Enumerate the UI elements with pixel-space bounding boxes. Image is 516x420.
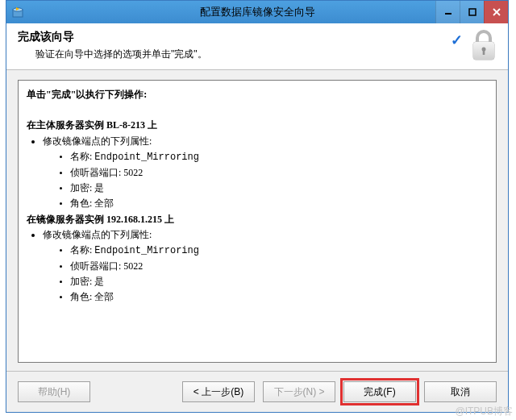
m-enc-line: 加密: 是 bbox=[70, 274, 488, 289]
content-area: 单击"完成"以执行下列操作: 在主体服务器实例 BL-8-213 上 修改镜像端… bbox=[6, 70, 508, 371]
page-subtitle: 验证在向导中选择的选项并单击"完成"。 bbox=[35, 48, 497, 61]
page-title: 完成该向导 bbox=[18, 30, 497, 44]
window-title: 配置数据库镜像安全向导 bbox=[6, 5, 508, 19]
mirror-heading: 在镜像服务器实例 192.168.1.215 上 bbox=[27, 212, 488, 227]
next-button: 下一步(N) > bbox=[263, 381, 335, 402]
p-port-line: 侦听器端口: 5022 bbox=[70, 165, 488, 181]
summary-box: 单击"完成"以执行下列操作: 在主体服务器实例 BL-8-213 上 修改镜像端… bbox=[18, 80, 497, 363]
p-enc-line: 加密: 是 bbox=[70, 181, 488, 196]
mirror-modify-line: 修改镜像端点的下列属性: bbox=[43, 227, 488, 243]
close-button[interactable] bbox=[484, 1, 508, 23]
wizard-header: 完成该向导 验证在向导中选择的选项并单击"完成"。 ✓ bbox=[6, 23, 508, 70]
help-button[interactable]: 帮助(H) bbox=[18, 381, 90, 402]
button-row: 帮助(H) < 上一步(B) 下一步(N) > 完成(F) 取消 bbox=[6, 371, 508, 412]
m-role-line: 角色: 全部 bbox=[70, 289, 488, 305]
svg-rect-9 bbox=[483, 50, 485, 55]
lock-icon bbox=[468, 28, 500, 66]
title-bar: 配置数据库镜像安全向导 bbox=[6, 1, 508, 23]
p-name-line: 名称: Endpoint_Mirroring bbox=[70, 149, 488, 165]
watermark: @ITPUB博客 bbox=[455, 405, 513, 418]
back-button[interactable]: < 上一步(B) bbox=[182, 381, 255, 402]
checkmark-icon: ✓ bbox=[451, 31, 463, 49]
m-port-line: 侦听器端口: 5022 bbox=[70, 259, 488, 274]
summary-intro: 单击"完成"以执行下列操作: bbox=[27, 87, 488, 102]
principal-modify-line: 修改镜像端点的下列属性: bbox=[43, 134, 488, 149]
window-controls bbox=[435, 1, 508, 23]
p-role-line: 角色: 全部 bbox=[70, 196, 488, 211]
finish-button[interactable]: 完成(F) bbox=[343, 381, 416, 402]
svg-rect-3 bbox=[469, 9, 476, 15]
app-icon bbox=[11, 6, 24, 19]
principal-heading: 在主体服务器实例 BL-8-213 上 bbox=[27, 118, 488, 133]
maximize-button[interactable] bbox=[460, 1, 484, 23]
m-name-line: 名称: Endpoint_Mirroring bbox=[70, 243, 488, 259]
wizard-window: 配置数据库镜像安全向导 完成该向导 验证在向导中选择的选项并单击"完成"。 ✓ bbox=[6, 0, 509, 413]
minimize-button[interactable] bbox=[435, 1, 460, 23]
cancel-button[interactable]: 取消 bbox=[424, 381, 497, 402]
